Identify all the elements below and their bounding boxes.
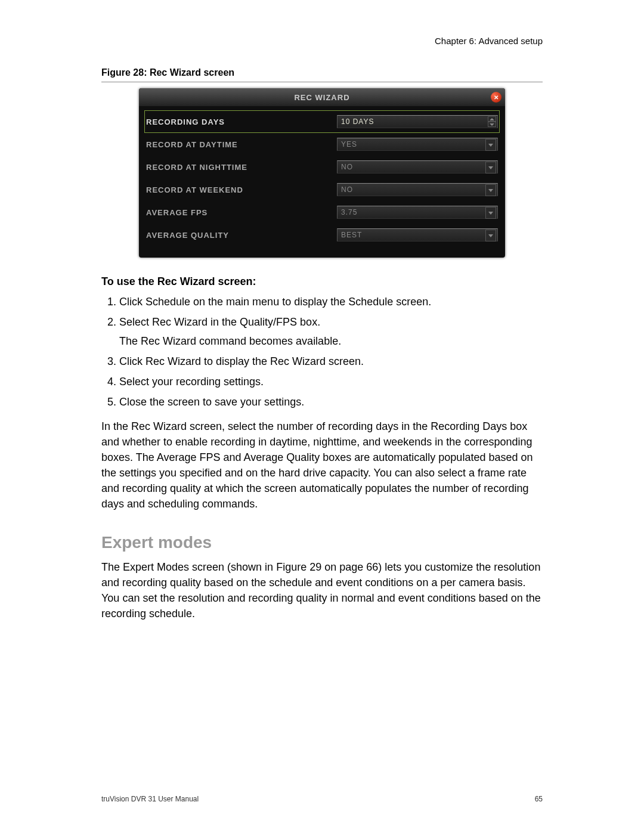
setting-row: RECORD AT WEEKENDNO: [146, 180, 498, 199]
divider: [101, 82, 543, 82]
instructions-heading: To use the Rec Wizard screen:: [101, 275, 543, 288]
setting-row: RECORD AT DAYTIMEYES: [146, 135, 498, 154]
close-icon[interactable]: ✕: [491, 92, 501, 103]
dropdown-button[interactable]: [485, 230, 496, 241]
setting-label: AVERAGE FPS: [146, 208, 337, 217]
setting-row: AVERAGE QUALITYBEST: [146, 225, 498, 244]
step-text: Select Rec Wizard in the Quality/FPS box…: [119, 316, 320, 328]
dropdown-button[interactable]: [485, 207, 496, 219]
instructions-list: Click Schedule on the main menu to displ…: [101, 294, 543, 410]
chevron-down-icon: [488, 212, 493, 215]
step-text: Close the screen to save your settings.: [119, 396, 304, 408]
setting-row: AVERAGE FPS3.75: [146, 203, 498, 222]
setting-label: AVERAGE QUALITY: [146, 231, 337, 240]
setting-row: RECORDING DAYS10 DAYS: [146, 112, 498, 131]
setting-value: NO: [341, 163, 353, 171]
step-text: Click Rec Wizard to display the Rec Wiza…: [119, 355, 364, 367]
page-footer: truVision DVR 31 User Manual 65: [101, 795, 543, 803]
step-subtext: The Rec Wizard command becomes available…: [119, 333, 543, 349]
window-body: RECORDING DAYS10 DAYSRECORD AT DAYTIMEYE…: [139, 106, 505, 258]
setting-field[interactable]: YES: [337, 138, 498, 151]
setting-field[interactable]: NO: [337, 183, 498, 196]
chevron-down-icon: [488, 189, 493, 192]
setting-field[interactable]: 3.75: [337, 206, 498, 219]
instruction-step: Click Schedule on the main menu to displ…: [119, 294, 543, 309]
chevron-down-icon: [488, 144, 493, 147]
dropdown-button[interactable]: [485, 139, 496, 151]
instruction-step: Click Rec Wizard to display the Rec Wiza…: [119, 354, 543, 369]
setting-value: YES: [341, 140, 357, 148]
dropdown-button[interactable]: [485, 184, 496, 196]
window-title: REC WIZARD: [139, 93, 505, 102]
step-text: Click Schedule on the main menu to displ…: [119, 296, 431, 308]
setting-value: NO: [341, 185, 353, 194]
footer-manual-name: truVision DVR 31 User Manual: [101, 795, 199, 803]
section-title-expert-modes: Expert modes: [101, 533, 543, 552]
chevron-down-icon: [488, 234, 493, 237]
setting-row: RECORD AT NIGHTTIMENO: [146, 157, 498, 176]
figure-caption: Figure 28: Rec Wizard screen: [101, 67, 543, 78]
setting-value: 10 DAYS: [341, 117, 374, 126]
window-titlebar: REC WIZARD ✕: [139, 88, 505, 106]
setting-label: RECORD AT NIGHTTIME: [146, 163, 337, 172]
setting-label: RECORD AT DAYTIME: [146, 140, 337, 149]
expert-modes-paragraph: The Expert Modes screen (shown in Figure…: [101, 559, 543, 621]
chevron-up-icon[interactable]: [488, 116, 496, 122]
setting-label: RECORD AT WEEKEND: [146, 185, 337, 194]
chevron-down-icon: [488, 166, 493, 169]
rec-wizard-window: REC WIZARD ✕ RECORDING DAYS10 DAYSRECORD…: [139, 88, 505, 258]
setting-field[interactable]: BEST: [337, 228, 498, 241]
setting-label: RECORDING DAYS: [146, 117, 337, 126]
setting-value: 3.75: [341, 208, 357, 216]
instruction-step: Close the screen to save your settings.: [119, 394, 543, 410]
chapter-header: Chapter 6: Advanced setup: [101, 36, 543, 46]
setting-field[interactable]: 10 DAYS: [337, 115, 498, 128]
footer-page-number: 65: [535, 795, 543, 803]
instructions-paragraph: In the Rec Wizard screen, select the num…: [101, 419, 543, 512]
setting-field[interactable]: NO: [337, 160, 498, 174]
instruction-step: Select Rec Wizard in the Quality/FPS box…: [119, 314, 543, 349]
setting-value: BEST: [341, 231, 362, 239]
spinner-control[interactable]: [488, 116, 496, 127]
chevron-down-icon[interactable]: [488, 122, 496, 127]
instruction-step: Select your recording settings.: [119, 374, 543, 389]
step-text: Select your recording settings.: [119, 376, 264, 388]
dropdown-button[interactable]: [485, 162, 496, 174]
